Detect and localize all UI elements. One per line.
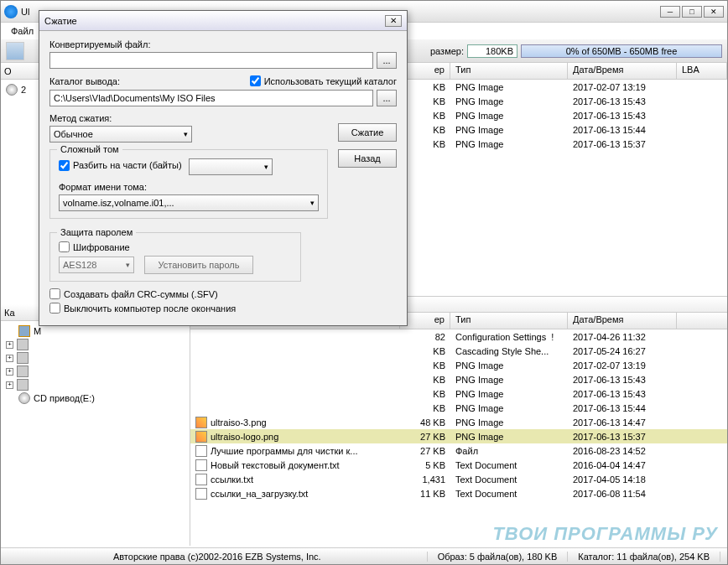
watermark: ТВОИ ПРОГРАММЫ РУ — [492, 523, 718, 545]
browse-convert-button[interactable]: ... — [377, 52, 397, 69]
menu-file[interactable]: Файл — [6, 24, 39, 38]
tree-item[interactable]: + — [4, 365, 186, 378]
file-icon — [195, 417, 207, 428]
use-current-dir-checkbox[interactable]: Использовать текущий каталог — [250, 75, 397, 86]
table-row[interactable]: 82Configuration Settings !2017-04-26 11:… — [190, 329, 727, 344]
dialog-title: Сжатие — [44, 16, 77, 26]
tree-item[interactable]: + — [4, 378, 186, 391]
method-label: Метод сжатия: — [49, 113, 328, 123]
table-row[interactable]: KBPNG Image2017-02-07 13:19 — [190, 358, 727, 372]
tree-toggle-icon[interactable]: + — [6, 381, 13, 389]
file-icon — [195, 488, 207, 500]
size-label: размер: — [430, 46, 464, 56]
volume-group: Сложный том Разбить на части (байты) Фор… — [49, 149, 328, 219]
progress-bar: 0% of 650MB - 650MB free — [521, 44, 722, 58]
drive-icon — [17, 339, 29, 350]
tree-item[interactable]: М — [4, 324, 186, 338]
app-title: Ul — [21, 7, 29, 17]
statusbar: Авторские права (c)2002-2016 EZB Systems… — [1, 547, 727, 564]
table-row[interactable]: KBCascading Style She...2017-05-24 16:27 — [190, 344, 727, 358]
maximize-button[interactable]: □ — [682, 6, 702, 18]
table-row[interactable]: KBPNG Image2017-06-13 15:43 — [190, 372, 727, 386]
table-row[interactable]: ultraiso-logo.png27 KBPNG Image2017-06-1… — [190, 429, 727, 443]
status-image: Образ: 5 файла(ов), 180 KB — [428, 552, 569, 562]
comp-icon — [18, 325, 30, 337]
outdir-label: Каталог вывода: — [49, 76, 120, 86]
drive-icon — [17, 379, 29, 391]
toolbar-new-icon[interactable] — [6, 42, 24, 60]
table-row[interactable]: Лучшие программы для чистки к...27 KBФай… — [190, 443, 727, 458]
volfmt-label: Формат имени тома: — [59, 182, 319, 192]
status-copyright: Авторские права (c)2002-2016 EZB Systems… — [8, 552, 428, 562]
status-catalog: Каталог: 11 файла(ов), 254 KB — [568, 552, 720, 562]
tree-toggle-icon[interactable]: + — [6, 368, 13, 376]
compress-button[interactable]: Сжатие — [338, 123, 397, 142]
password-group: Защита паролем Шифрование AES128 Установ… — [49, 232, 301, 282]
table-row[interactable]: ultraiso-3.png48 KBPNG Image2017-06-13 1… — [190, 415, 727, 429]
compress-dialog: Сжатие ✕ Конвертируемый файл: ... Катало… — [39, 10, 408, 326]
encrypt-algo-combo: AES128 — [59, 257, 134, 273]
file-icon — [195, 474, 207, 485]
tree-toggle-icon[interactable]: + — [6, 341, 13, 349]
table-row[interactable]: ссылки.txt1,431Text Document2017-04-05 1… — [190, 472, 727, 486]
close-button[interactable]: ✕ — [704, 6, 724, 18]
tree-toggle-icon[interactable]: + — [6, 355, 13, 362]
dialog-close-button[interactable]: ✕ — [385, 15, 402, 27]
shutdown-checkbox[interactable]: Выключить компьютер после окончания — [49, 303, 397, 314]
size-input[interactable] — [467, 44, 517, 58]
encrypt-checkbox[interactable]: Шифрование — [59, 241, 292, 252]
table-row[interactable]: ссылки_на_загрузку.txt11 KBText Document… — [190, 486, 727, 500]
method-combo[interactable]: Обычное — [49, 126, 192, 143]
back-button[interactable]: Назад — [338, 149, 397, 168]
file-icon — [195, 445, 207, 457]
tree-item[interactable]: + — [4, 351, 186, 365]
file-icon — [195, 459, 207, 471]
table-row[interactable]: Новый текстовый документ.txt5 KBText Doc… — [190, 458, 727, 472]
browse-outdir-button[interactable]: ... — [377, 90, 397, 106]
table-row[interactable]: KBPNG Image2017-06-13 15:43 — [190, 386, 727, 401]
convert-file-label: Конвертируемый файл: — [49, 39, 397, 49]
drive-icon — [17, 352, 29, 364]
minimize-button[interactable]: ─ — [660, 6, 680, 18]
app-icon — [4, 5, 18, 18]
split-checkbox[interactable]: Разбить на части (байты) — [59, 160, 182, 171]
drive-icon — [17, 365, 29, 377]
tree-item[interactable]: + — [4, 338, 186, 351]
file-icon — [195, 431, 207, 443]
split-size-combo[interactable] — [189, 158, 273, 175]
disc-icon — [18, 392, 30, 404]
disc-icon — [6, 84, 18, 96]
volfmt-combo[interactable]: volname.isz,volname.i01,... — [59, 194, 319, 211]
dialog-titlebar: Сжатие ✕ — [39, 11, 407, 31]
outdir-input[interactable] — [49, 90, 373, 106]
convert-file-input[interactable] — [49, 52, 373, 69]
tree-item[interactable]: CD привод(E:) — [4, 391, 186, 405]
table-row[interactable]: KBPNG Image2017-06-13 15:44 — [190, 401, 727, 415]
set-password-button: Установить пароль — [144, 256, 253, 274]
crc-checkbox[interactable]: Создавать файл CRC-суммы (.SFV) — [49, 288, 397, 299]
